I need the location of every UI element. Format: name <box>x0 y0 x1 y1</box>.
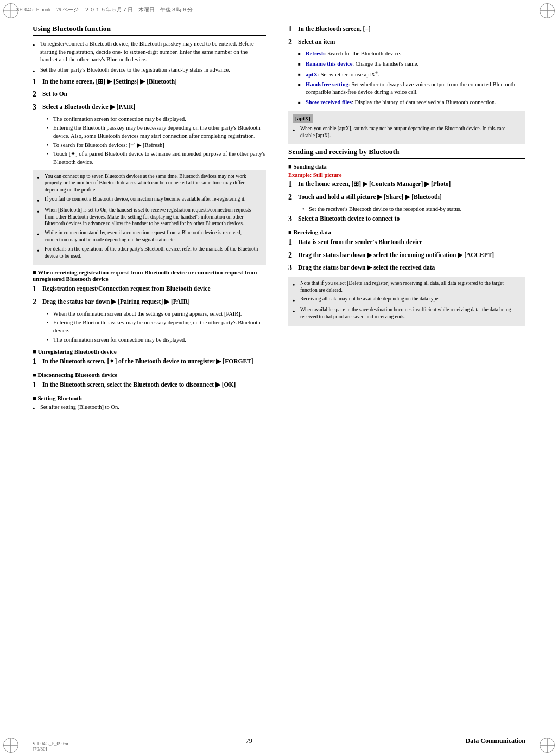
send-step-1: 1 In the home screen, [⊞] ▶ [Contents Ma… <box>288 180 525 190</box>
recv-step-1: 1 Registration request/Connection reques… <box>33 284 266 294</box>
aptx-section: [aptX] When you enable [aptX], sounds ma… <box>288 111 525 145</box>
bullet-icon-2 <box>33 67 40 75</box>
receiving-data-heading: ■ Receiving data <box>288 229 525 235</box>
recv-note3: When available space in the save destina… <box>293 306 521 321</box>
note1-bullet5: For details on the operations of the oth… <box>37 246 262 260</box>
item-aptx: ■ aptX: Set whether to use aptX®. <box>298 71 525 79</box>
step-2: 2 Set to On <box>33 89 266 100</box>
receive-step-1: 1 Data is sent from the sender's Bluetoo… <box>288 238 525 248</box>
note-box-1: You can connect up to seven Bluetooth de… <box>33 170 266 265</box>
right-step-1: 1 In the Bluetooth screen, [≡] <box>288 24 525 35</box>
item-refresh: ■ Refresh: Search for the Bluetooth devi… <box>298 50 525 58</box>
recv-note1: Note that if you select [Delete and regi… <box>293 280 521 294</box>
crosshair-br <box>540 738 555 753</box>
sending-data-heading: ■ Sending data <box>288 163 525 170</box>
footer-page-number: 79 <box>246 737 252 745</box>
footer-file: SH-04G_E_09.fm [79/80] <box>33 741 68 752</box>
step-3: 3 Select a Bluetooth device ▶ [PAIR] <box>33 102 266 113</box>
setting-bullet: Set after setting [Bluetooth] to On. <box>33 403 266 412</box>
select-item-list: ■ Refresh: Search for the Bluetooth devi… <box>288 50 525 107</box>
step-1: 1 In the home screen, [⊞] ▶ [Settings] ▶… <box>33 77 266 87</box>
note1-bullet2: If you fail to connect a Bluetooth devic… <box>37 196 262 204</box>
item-show-received: ■ Show received files: Display the histo… <box>298 99 525 107</box>
note1-bullet3: When [Bluetooth] is set to On, the hands… <box>37 207 262 227</box>
example-label: Example: Still picture <box>288 172 525 178</box>
left-column: Using Bluetooth function To register/con… <box>33 24 266 723</box>
item-rename: ■ Rename this device: Change the handset… <box>298 60 525 68</box>
send-step-3: 3 Select a Bluetooth device to connect t… <box>288 214 525 225</box>
send-step2-subs: Set the receiver's Bluetooth device to t… <box>288 206 525 214</box>
unreg-step-1: 1 In the Bluetooth screen, [✦] of the Bl… <box>33 357 266 367</box>
note-box-receiving: Note that if you select [Delete and regi… <box>288 277 525 326</box>
receive-step-2: 2 Drag the status bar down ▶ select the … <box>288 251 525 261</box>
header-bar: SH-04G_E.book 79 ページ ２０１５年５月７日 木曜日 午後３時６… <box>16 7 542 14</box>
step3-sub4: Touch [✦] of a paired Bluetooth device t… <box>42 150 266 166</box>
receive-step-3: 3 Drag the status bar down ▶ select the … <box>288 263 525 273</box>
bullet-icon-1 <box>33 41 40 64</box>
aptx-note: When you enable [aptX], sounds may not b… <box>293 125 521 139</box>
header-text: SH-04G_E.book 79 ページ ２０１５年５月７日 木曜日 午後３時６… <box>16 7 193 14</box>
disc-step-1: 1 In the Bluetooth screen, select the Bl… <box>33 380 266 390</box>
recv-sub1: When the confirmation screen about the s… <box>42 310 266 318</box>
step3-sub1: The confirmation screen for connection m… <box>42 116 266 124</box>
setting-heading: ■ Setting Bluetooth <box>33 395 266 401</box>
recv-sub2: Entering the Bluetooth passkey may be ne… <box>42 319 266 335</box>
intro-bullet-2: Set the other party's Bluetooth device t… <box>33 66 266 75</box>
crosshair-bl <box>3 738 18 753</box>
column-divider <box>277 24 277 723</box>
recv-sub3: The confirmation screen for connection m… <box>42 336 266 344</box>
step-3-subbullets: The confirmation screen for connection m… <box>33 116 266 166</box>
left-section-title: Using Bluetooth function <box>33 24 266 36</box>
recv-step-2: 2 Drag the status bar down ▶ [Pairing re… <box>33 297 266 307</box>
when-receiving-heading: ■ When receiving registration request fr… <box>33 269 266 282</box>
step3-sub3: To search for Bluetooth devices: [≡] ▶ [… <box>42 142 266 150</box>
send-sub1: Set the receiver's Bluetooth device to t… <box>298 206 525 214</box>
item-handsfree: ■ Handsfree setting: Set whether to alwa… <box>298 81 525 97</box>
recv-note2: Receiving all data may not be available … <box>293 296 521 304</box>
recv-step2-subs: When the confirmation screen about the s… <box>33 310 266 344</box>
footer-section-label: Data Communication <box>466 737 525 745</box>
note1-bullet1: You can connect up to seven Bluetooth de… <box>37 173 262 194</box>
disconnecting-heading: ■ Disconnecting Bluetooth device <box>33 371 266 378</box>
crosshair-tr <box>540 3 555 18</box>
send-step-2: 2 Touch and hold a still picture ▶ [Shar… <box>288 193 525 203</box>
sending-section-title: Sending and receiving by Bluetooth <box>288 148 525 159</box>
note1-bullet4: While in connection stand-by, even if a … <box>37 229 262 244</box>
intro-bullet-1: To register/connect a Bluetooth device, … <box>33 40 266 64</box>
footer: 79 Data Communication <box>33 737 525 745</box>
aptx-label: [aptX] <box>293 114 313 123</box>
step3-sub2: Entering the Bluetooth passkey may be ne… <box>42 124 266 140</box>
right-step-2: 2 Select an item <box>288 37 525 48</box>
unregistering-heading: ■ Unregistering Bluetooth device <box>33 348 266 355</box>
right-column: 1 In the Bluetooth screen, [≡] 2 Select … <box>288 24 525 723</box>
